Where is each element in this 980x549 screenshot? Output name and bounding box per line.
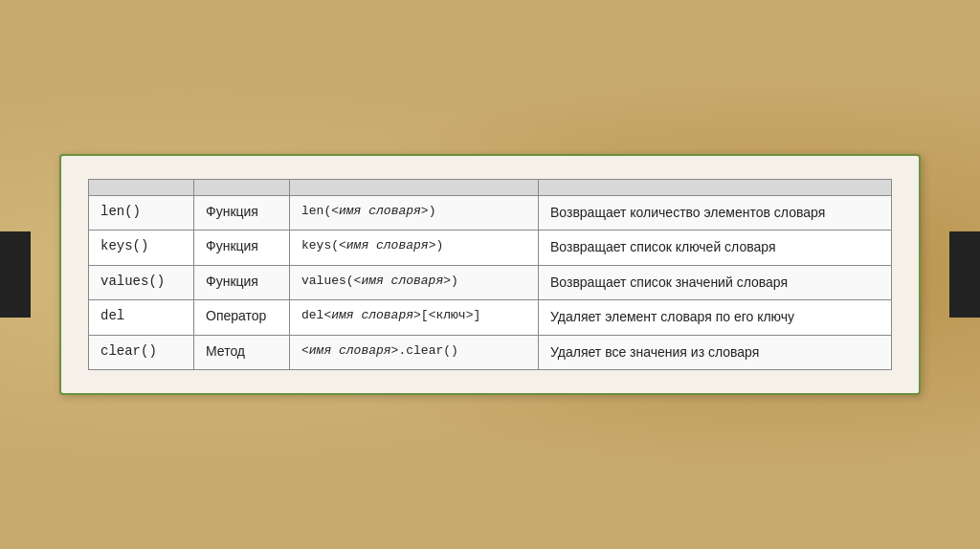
cell-format: keys(<имя словаря>) [290, 231, 539, 266]
cell-name: values() [89, 265, 194, 300]
cell-type: Оператор [194, 300, 290, 336]
cell-format: del<имя словаря>[<ключ>] [290, 300, 539, 336]
cell-format: len(<имя словаря>) [290, 195, 539, 231]
header-col1 [89, 179, 194, 195]
cell-type: Функция [194, 231, 290, 266]
cell-name: del [89, 300, 194, 336]
cell-format: values(<имя словаря>) [290, 265, 539, 300]
cell-name: clear() [89, 335, 194, 370]
table-row: clear() Метод <имя словаря>.clear() Удал… [89, 335, 892, 370]
cell-type: Функция [194, 195, 290, 231]
cell-comment: Удаляет все значения из словаря [539, 335, 892, 370]
cell-comment: Удаляет элемент словаря по его ключу [539, 300, 892, 336]
table-row: len() Функция len(<имя словаря>) Возвращ… [89, 195, 892, 231]
table-row: values() Функция values(<имя словаря>) В… [89, 265, 892, 300]
sidebar-right [949, 231, 980, 318]
table-row: del Оператор del<имя словаря>[<ключ>] Уд… [89, 300, 892, 336]
header-col3 [290, 179, 539, 195]
cell-comment: Возвращает количество элементов словаря [539, 195, 892, 231]
cell-format: <имя словаря>.clear() [290, 335, 539, 370]
cell-name: keys() [89, 231, 194, 266]
header-col4 [539, 179, 892, 195]
sidebar-left [0, 231, 31, 318]
cell-name: len() [89, 195, 194, 231]
cell-type: Функция [194, 265, 290, 300]
main-table: len() Функция len(<имя словаря>) Возвращ… [88, 179, 892, 371]
header-col2 [194, 179, 290, 195]
card: len() Функция len(<имя словаря>) Возвращ… [59, 154, 921, 396]
cell-comment: Возвращает список ключей словаря [539, 231, 892, 266]
cell-comment: Возвращает список значений словаря [539, 265, 892, 300]
table-row: keys() Функция keys(<имя словаря>) Возвр… [89, 231, 892, 266]
cell-type: Метод [194, 335, 290, 370]
